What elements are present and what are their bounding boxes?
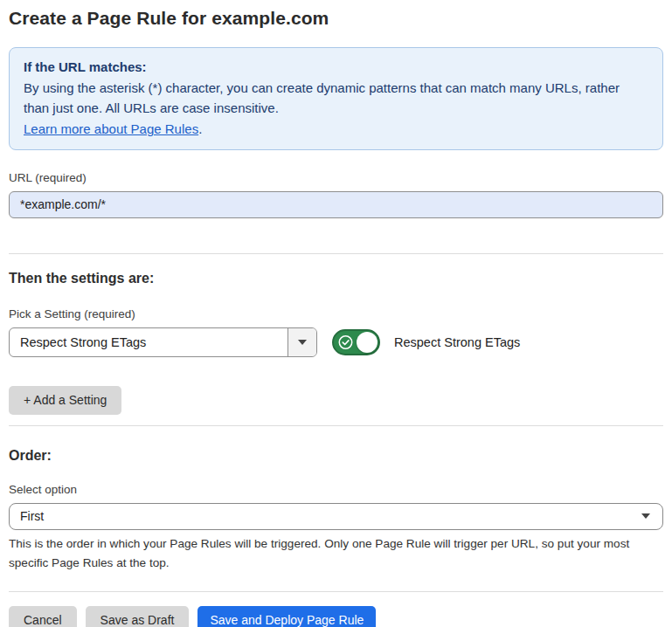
add-setting-button[interactable]: + Add a Setting <box>9 386 121 415</box>
chevron-down-icon <box>298 340 307 345</box>
save-and-deploy-button[interactable]: Save and Deploy Page Rule <box>197 606 376 627</box>
order-select[interactable]: First <box>9 503 663 530</box>
setting-select-caret-segment[interactable] <box>288 328 316 356</box>
settings-section-heading: Then the settings are: <box>9 271 663 286</box>
page-title: Create a Page Rule for example.com <box>9 8 663 29</box>
info-box-link-line: Learn more about Page Rules. <box>24 119 648 140</box>
order-help-text: This is the order in which your Page Rul… <box>9 534 663 573</box>
setting-row: Respect Strong ETags Respect Strong ETag… <box>9 327 663 357</box>
toggle-label: Respect Strong ETags <box>394 335 520 349</box>
setting-toggle[interactable] <box>332 329 380 355</box>
url-field-label: URL (required) <box>9 171 663 184</box>
setting-select-value: Respect Strong ETags <box>10 328 288 356</box>
check-icon <box>338 334 353 349</box>
order-select-label: Select option <box>9 483 663 496</box>
divider <box>9 253 663 254</box>
divider <box>9 425 663 426</box>
chevron-down-icon <box>641 513 650 519</box>
save-as-draft-button[interactable]: Save as Draft <box>86 606 190 627</box>
order-select-value: First <box>20 509 641 523</box>
learn-more-link[interactable]: Learn more about Page Rules <box>24 121 198 136</box>
cancel-button[interactable]: Cancel <box>9 606 77 627</box>
url-input[interactable] <box>9 191 663 218</box>
form-actions: Cancel Save as Draft Save and Deploy Pag… <box>9 606 663 627</box>
toggle-knob[interactable] <box>357 332 378 353</box>
order-section-heading: Order: <box>9 448 663 464</box>
info-box-heading: If the URL matches: <box>24 57 648 78</box>
divider <box>9 591 663 592</box>
url-match-info-box: If the URL matches: By using the asteris… <box>9 47 663 150</box>
pick-setting-label: Pick a Setting (required) <box>9 307 663 320</box>
link-period: . <box>198 121 202 136</box>
info-box-body: By using the asterisk (*) character, you… <box>24 78 648 119</box>
setting-select[interactable]: Respect Strong ETags <box>9 327 317 357</box>
